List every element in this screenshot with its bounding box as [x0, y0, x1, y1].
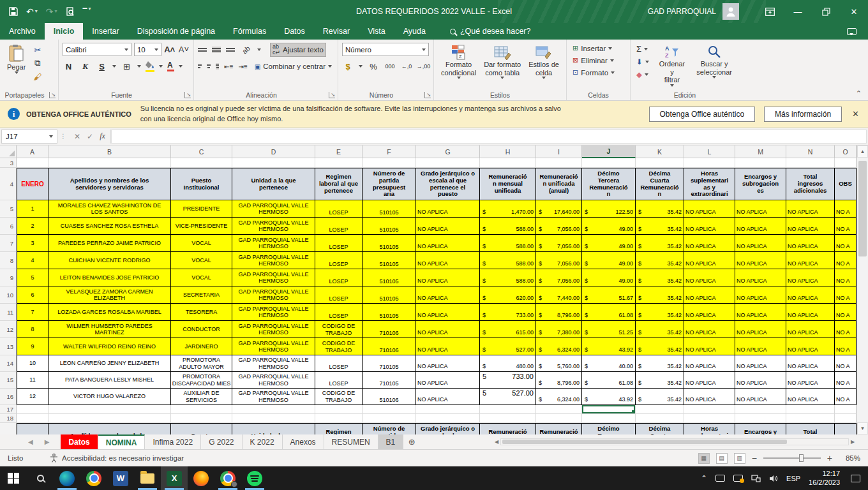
- row-header-11[interactable]: 11: [0, 304, 17, 321]
- ribbon-tab-revisar[interactable]: Revisar: [314, 23, 359, 40]
- number-dialog-launcher[interactable]: ↘: [424, 92, 431, 98]
- cell-F17[interactable]: [363, 405, 416, 414]
- header-cell-A19[interactable]: ENERO: [17, 423, 49, 434]
- ribbon-tab-disposición-de-página[interactable]: Disposición de página: [128, 23, 224, 40]
- cell-I15[interactable]: $8,796.00: [536, 372, 582, 389]
- cell-C18[interactable]: [171, 414, 232, 423]
- network-icon[interactable]: [751, 475, 761, 482]
- cell-L10[interactable]: NO APLICA: [684, 286, 735, 304]
- cell-K9[interactable]: $35.42: [636, 269, 684, 286]
- header-cell-O19[interactable]: OBS: [835, 423, 857, 434]
- tray-expand-icon[interactable]: ⌃: [701, 474, 707, 483]
- cell-O9[interactable]: NO A: [835, 269, 857, 286]
- cell-C7[interactable]: VOCAL: [171, 235, 232, 252]
- cell-K10[interactable]: $35.42: [636, 286, 684, 304]
- taskbar-search-icon[interactable]: [27, 466, 54, 490]
- close-notification-icon[interactable]: ✕: [852, 109, 859, 119]
- cell-E16[interactable]: CODIGO DE TRABAJO: [315, 389, 363, 405]
- format-painter-icon[interactable]: 🖌: [31, 71, 43, 82]
- cell-E14[interactable]: LOSEP: [315, 355, 363, 372]
- account-name[interactable]: GAD PARROQUIAL: [648, 7, 716, 16]
- excel-icon[interactable]: X: [161, 466, 188, 490]
- cell-E11[interactable]: LOSEP: [315, 304, 363, 321]
- cell-F10[interactable]: 510105: [363, 286, 416, 304]
- cell-I3[interactable]: [536, 158, 582, 168]
- cell-C8[interactable]: VOCAL: [171, 252, 232, 269]
- cell-B10[interactable]: VELASQUEZ ZAMORA CARMEN ELIZABETH: [49, 286, 171, 304]
- horizontal-scroll-thumb[interactable]: [502, 440, 787, 444]
- cell-E6[interactable]: LOSEP: [315, 218, 363, 235]
- start-button[interactable]: [0, 466, 27, 490]
- cell-A11[interactable]: 7: [17, 304, 49, 321]
- cell-D13[interactable]: GAD PARROQUIAL VALLE HERMOSO: [232, 338, 315, 355]
- cell-F14[interactable]: 710105: [363, 355, 416, 372]
- cell-D12[interactable]: GAD PARROQUIAL VALLE HERMOSO: [232, 321, 315, 338]
- cell-H7[interactable]: $588.00: [480, 235, 536, 252]
- row-header-10[interactable]: 10: [0, 286, 17, 304]
- cell-K13[interactable]: $35.42: [636, 338, 684, 355]
- cell-L15[interactable]: NO APLICA: [684, 372, 735, 389]
- cell-D14[interactable]: GAD PARROQUIAL VALLE HERMOSO: [232, 355, 315, 372]
- cell-E3[interactable]: [315, 158, 363, 168]
- column-header-J[interactable]: J: [582, 145, 636, 158]
- column-header-C[interactable]: C: [171, 145, 232, 158]
- cell-L16[interactable]: NO APLICA: [684, 389, 735, 405]
- row-header-16[interactable]: 16: [0, 389, 17, 405]
- zoom-level[interactable]: 85%: [839, 454, 860, 462]
- zoom-in-icon[interactable]: +: [827, 453, 832, 463]
- formula-input[interactable]: [111, 130, 867, 144]
- header-cell-N4[interactable]: Total ingresos adicionales: [786, 168, 835, 200]
- vertical-scroll-thumb[interactable]: [858, 161, 867, 256]
- cell-J10[interactable]: $51.67: [582, 286, 636, 304]
- cell-K7[interactable]: $35.42: [636, 235, 684, 252]
- cell-F15[interactable]: 710105: [363, 372, 416, 389]
- cell-K5[interactable]: $35.42: [636, 200, 684, 218]
- column-header-F[interactable]: F: [363, 145, 416, 158]
- cell-A9[interactable]: 5: [17, 269, 49, 286]
- cell-M14[interactable]: NO APLICA: [735, 355, 786, 372]
- volume-icon[interactable]: [769, 475, 778, 482]
- cell-A14[interactable]: 10: [17, 355, 49, 372]
- cell-K17[interactable]: [636, 405, 684, 414]
- header-cell-D19[interactable]: Unidad a la que pertenece: [232, 423, 315, 434]
- sheet-tab-b1[interactable]: B1: [378, 434, 404, 449]
- align-top-icon[interactable]: [198, 47, 207, 53]
- cell-F9[interactable]: 510105: [363, 269, 416, 286]
- sort-filter-button[interactable]: AZ Ordenar y filtrar: [655, 43, 690, 88]
- row-header-7[interactable]: 7: [0, 235, 17, 252]
- number-format-select[interactable]: Número: [342, 43, 429, 56]
- chrome-profile-icon[interactable]: [214, 466, 241, 490]
- action-center-icon[interactable]: [851, 475, 860, 482]
- cell-styles-button[interactable]: Estilos de celda: [525, 43, 562, 80]
- row-header-18[interactable]: 18: [0, 414, 17, 423]
- cell-F16[interactable]: 510106: [363, 389, 416, 405]
- grow-font-icon[interactable]: A˄: [164, 44, 176, 56]
- shrink-font-icon[interactable]: A˅: [178, 44, 190, 56]
- cell-H3[interactable]: [480, 158, 536, 168]
- cell-D17[interactable]: [232, 405, 315, 414]
- save-icon[interactable]: [9, 7, 18, 16]
- cell-A16[interactable]: 12: [17, 389, 49, 405]
- cell-J11[interactable]: $61.08: [582, 304, 636, 321]
- header-cell-O4[interactable]: OBS: [835, 168, 857, 200]
- header-cell-D4[interactable]: Unidad a la que pertenece: [232, 168, 315, 200]
- cell-F6[interactable]: 510105: [363, 218, 416, 235]
- cell-A17[interactable]: [17, 405, 49, 414]
- cell-K8[interactable]: $35.42: [636, 252, 684, 269]
- cell-B16[interactable]: VICTOR HUGO VALAREZO: [49, 389, 171, 405]
- cell-A10[interactable]: 6: [17, 286, 49, 304]
- column-header-L[interactable]: L: [684, 145, 735, 158]
- cell-H8[interactable]: $588.00: [480, 252, 536, 269]
- header-cell-C19[interactable]: Puesto Institucional: [171, 423, 232, 434]
- row-header-6[interactable]: 6: [0, 218, 17, 235]
- align-left-icon[interactable]: [198, 63, 202, 70]
- cell-J9[interactable]: $49.00: [582, 269, 636, 286]
- cell-D7[interactable]: GAD PARROQUIAL VALLE HERMOSO: [232, 235, 315, 252]
- cell-H12[interactable]: $615.00: [480, 321, 536, 338]
- cell-D16[interactable]: GAD PARROQUIAL VALLE HERMOSO: [232, 389, 315, 405]
- cell-L3[interactable]: [684, 158, 735, 168]
- cell-C6[interactable]: VICE-PRESIDENTE: [171, 218, 232, 235]
- header-cell-H4[interactable]: Remuneració n mensual unificada: [480, 168, 536, 200]
- zoom-out-icon[interactable]: −: [752, 453, 757, 463]
- header-cell-E4[interactable]: Regimen laboral al que pertenece: [315, 168, 363, 200]
